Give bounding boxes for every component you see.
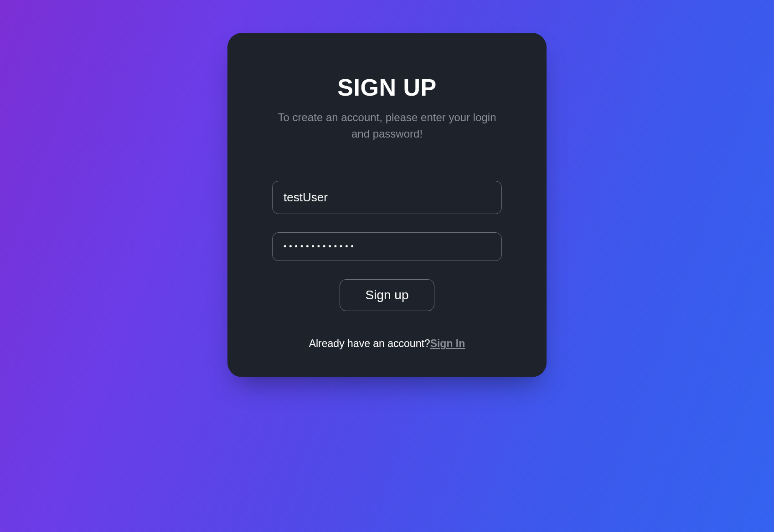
username-input[interactable] bbox=[272, 181, 502, 214]
signup-card: SIGN UP To create an account, please ent… bbox=[227, 33, 547, 377]
page-subtitle: To create an account, please enter your … bbox=[272, 109, 502, 142]
footer-text: Already have an account? bbox=[309, 338, 430, 349]
page-title: SIGN UP bbox=[272, 74, 502, 101]
footer: Already have an account?Sign In bbox=[272, 338, 502, 350]
password-input[interactable] bbox=[272, 232, 502, 261]
signin-link[interactable]: Sign In bbox=[430, 338, 465, 349]
signup-button[interactable]: Sign up bbox=[340, 279, 435, 311]
button-wrapper: Sign up bbox=[272, 279, 502, 311]
